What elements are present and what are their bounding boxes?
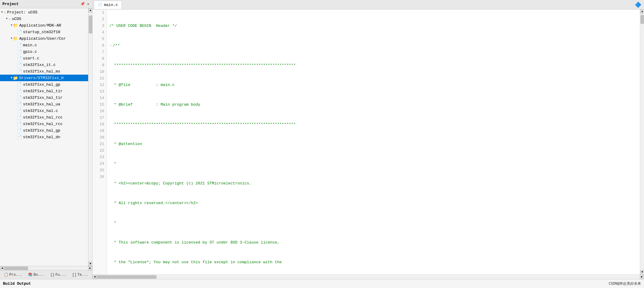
sidebar-bottom-tabs: 📋 Pro... 📚 Bo... {} Fu... [] Te...: [0, 270, 92, 279]
file-icon: 📄: [17, 128, 22, 133]
vscroll-up-btn[interactable]: ▲: [88, 8, 92, 13]
tree-label-hal-rcc2: stm32f1xx_hal_rcc: [23, 122, 63, 126]
tree-item-hal-rcc2[interactable]: 📄 stm32f1xx_hal_rcc: [0, 121, 88, 127]
sidebar: Project 📌 ✕ ▼ ✦ Project: uCOS: [0, 0, 93, 279]
code-line-11: *: [109, 220, 637, 226]
folder-icon: 📁: [13, 36, 18, 41]
line-num-9: 9: [94, 62, 104, 69]
tree-item-drivers[interactable]: ▼ 📁 Drivers/STM32F1xx_H: [0, 75, 88, 81]
tree-item-app-mdk[interactable]: ▼ 📁 Application/MDK-AR: [0, 22, 88, 29]
code-line-5: * @brief : Main program body: [109, 101, 637, 108]
hscroll-thumb[interactable]: [4, 267, 28, 270]
main-area: Project 📌 ✕ ▼ ✦ Project: uCOS: [0, 0, 644, 279]
hscroll-left-btn[interactable]: ◀: [0, 266, 4, 270]
collapse-triangle: ▼: [1, 11, 3, 14]
tree-item-gpio-c[interactable]: 📄 gpio.c: [0, 48, 88, 55]
line-num-21: 21: [94, 141, 104, 147]
tree-label-usart-c: usart.c: [23, 56, 39, 61]
tree-label-main-c: main.c: [23, 43, 37, 47]
code-content[interactable]: /* USER CODE BEGIN Header */ −/** ******…: [107, 10, 640, 274]
editor-vscrollbar[interactable]: ▲ ▼: [640, 10, 644, 274]
tree-label-hal: stm32f1xx_hal.c: [23, 109, 58, 113]
line-num-11: 11: [94, 75, 104, 82]
file-icon: 📄: [17, 121, 22, 127]
file-icon: 📄: [17, 115, 22, 120]
editor-tab-main-c[interactable]: 📄 main.c: [94, 1, 122, 9]
file-icon: 📄: [17, 95, 22, 100]
tree-label-hal-rcc1: stm32f1xx_hal_rcc: [23, 115, 63, 120]
tree-label-startup: startup_stm32f10: [23, 30, 60, 34]
editor-vscroll-track: [640, 14, 644, 270]
line-num-10: 10: [94, 69, 104, 75]
line-num-24: 24: [94, 161, 104, 167]
tree-item-usart-c[interactable]: 📄 usart.c: [0, 55, 88, 61]
line-num-23: 23: [94, 154, 104, 161]
tab-functions[interactable]: {} Fu...: [47, 272, 69, 278]
templates-tab-icon: []: [72, 273, 76, 277]
tab-books-label: Bo...: [33, 273, 44, 277]
code-line-13: * the "License"; You may not use this fi…: [109, 259, 637, 266]
tree-label-app-mdk: Application/MDK-AR: [19, 23, 61, 28]
close-icon[interactable]: ✕: [87, 2, 90, 6]
editor-hscroll-left-btn[interactable]: ◀: [93, 275, 97, 279]
collapse-marker[interactable]: −: [109, 42, 112, 49]
tree-item-hal[interactable]: 📄 stm32f1xx_hal.c: [0, 107, 88, 114]
tab-templates[interactable]: [] Te...: [70, 272, 91, 278]
functions-tab-icon: {}: [50, 273, 54, 277]
hscroll-right-btn[interactable]: ▶: [88, 266, 92, 270]
sidebar-inner: ▼ ✦ Project: uCOS ▼ ✦ uCOS ▼ 📁: [0, 8, 92, 266]
tree-item-hal-rcc1[interactable]: 📄 stm32f1xx_hal_rcc: [0, 114, 88, 121]
tree-item-root[interactable]: ▼ ✦ Project: uCOS: [0, 9, 88, 16]
tree-item-hal-gp2[interactable]: 📄 stm32f1xx_hal_gp: [0, 127, 88, 134]
sidebar-header-icons: 📌 ✕: [80, 2, 90, 6]
editor-action-button[interactable]: 🔷: [633, 0, 643, 10]
editor-hscrollbar[interactable]: ◀ ▶: [93, 274, 644, 279]
tree-item-hal-tim2[interactable]: 📄 stm32f1xx_hal_tir: [0, 94, 88, 101]
tree-label-hal-dn: stm32f1xx_hal_dn: [23, 135, 60, 139]
editor-vscroll-thumb[interactable]: [640, 15, 644, 24]
tree-label-hal-gp2: stm32f1xx_hal_gp: [23, 128, 60, 133]
vscroll-thumb[interactable]: [89, 16, 92, 33]
tree-item-hal-tim1[interactable]: 📄 stm32f1xx_hal_tir: [0, 88, 88, 94]
tab-project-label: Pro...: [9, 273, 22, 277]
ucos-icon: ✦: [8, 16, 10, 21]
vscroll-down-btn[interactable]: ▼: [88, 262, 92, 266]
code-line-12: * This software component is licensed by…: [109, 239, 637, 246]
line-num-25: 25: [94, 167, 104, 174]
editor-hscroll-thumb[interactable]: [97, 275, 157, 279]
tree-item-hal-ua[interactable]: 📄 stm32f1xx_hal_ua: [0, 101, 88, 107]
line-num-4: 4: [94, 29, 104, 36]
file-icon: 📄: [17, 135, 22, 140]
build-output-right-text: CSDN@奔赴美好未来: [609, 281, 641, 286]
editor-hscroll-right-btn[interactable]: ▶: [640, 275, 644, 279]
tree-item-main-c[interactable]: 📄 main.c: [0, 42, 88, 48]
sidebar-tree[interactable]: ▼ ✦ Project: uCOS ▼ ✦ uCOS ▼ 📁: [0, 8, 88, 266]
editor-vscroll-down-btn[interactable]: ▼: [640, 270, 644, 274]
sidebar-hscrollbar[interactable]: ◀ ▶: [0, 266, 92, 270]
code-row: 1 2 3 4 5 6 7 8 9 10 11 12 13: [93, 10, 644, 274]
code-line-4: * @file : main.c: [109, 82, 637, 88]
file-icon: 📄: [17, 43, 22, 48]
line-num-17: 17: [94, 115, 104, 121]
tree-label-hal-tim2: stm32f1xx_hal_tir: [23, 96, 63, 100]
tree-item-hal-gp1[interactable]: 📄 stm32f1xx_hal_gp: [0, 81, 88, 88]
line-num-12: 12: [94, 82, 104, 88]
editor-vscroll-up-btn[interactable]: ▲: [640, 10, 644, 14]
line-num-18: 18: [94, 121, 104, 128]
tree-label-root: Project: uCOS: [7, 10, 37, 15]
tab-project[interactable]: 📋 Pro...: [1, 272, 25, 278]
project-tab-icon: 📋: [4, 272, 8, 277]
tree-item-startup[interactable]: 📄 startup_stm32f10: [0, 29, 88, 35]
editor-hscroll-track: [97, 275, 640, 279]
tree-item-ucos[interactable]: ▼ ✦ uCOS: [0, 16, 88, 22]
project-icon: ✦: [3, 10, 6, 15]
tree-item-app-user[interactable]: ▼ 📁 Application/User/Cor: [0, 35, 88, 42]
tree-item-stm32f1xx-it[interactable]: 📄 stm32f1xx_it.c: [0, 61, 88, 68]
file-icon: 📄: [17, 62, 22, 67]
pin-icon[interactable]: 📌: [80, 2, 85, 6]
tab-books[interactable]: 📚 Bo...: [25, 272, 47, 278]
tree-item-hal-dn[interactable]: 📄 stm32f1xx_hal_dn: [0, 134, 88, 140]
file-icon: 📄: [17, 89, 22, 94]
sidebar-vscrollbar[interactable]: ▲ ▼: [88, 8, 92, 266]
tree-item-stm32f1xx-hal-ms[interactable]: 📄 stm32f1xx_hal_ms: [0, 68, 88, 75]
